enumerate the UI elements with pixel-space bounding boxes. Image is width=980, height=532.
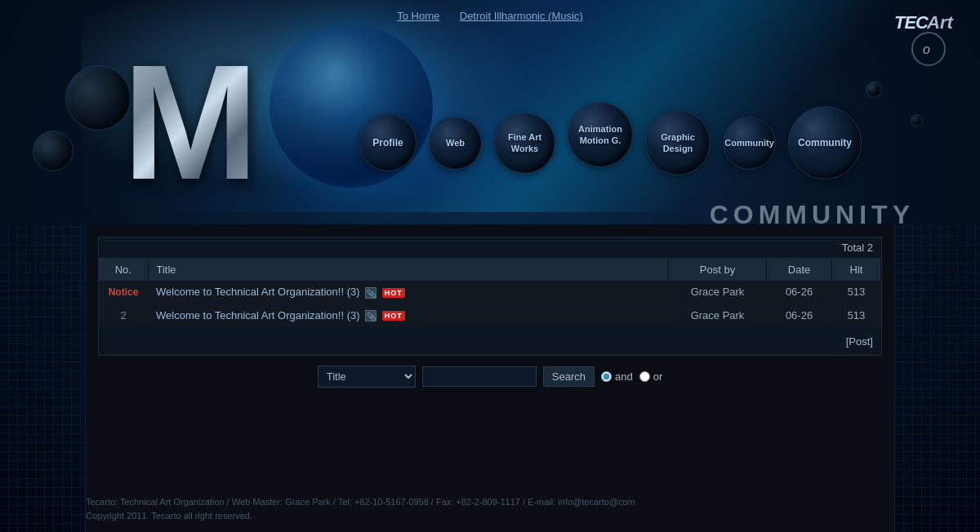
svg-text:TEC: TEC [894, 12, 929, 33]
hot-icon-2: HOT [382, 311, 405, 321]
post-button[interactable]: [Post] [846, 335, 873, 348]
hot-icon: HOT [382, 288, 405, 298]
search-select[interactable]: Title Content Post by [318, 366, 416, 388]
radio-or[interactable] [639, 371, 650, 382]
nav-orb-fine-art[interactable]: Fine ArtWorks [494, 113, 555, 174]
radio-and-label: and [601, 370, 633, 383]
cell-date-2: 06-26 [767, 304, 832, 327]
board-table-container: Total 2 No. Title Post by Date Hit Notic… [98, 237, 882, 356]
community-heading: COMMUNITY [710, 200, 915, 230]
nav-link-home[interactable]: To Home [397, 10, 439, 22]
logo-svg: TEC Art o [890, 4, 968, 69]
col-no: No. [99, 259, 148, 281]
nav-orb-graphic[interactable]: GraphicDesign [645, 110, 710, 175]
cell-no-notice: Notice [99, 281, 148, 304]
nav-link-music[interactable]: Detroit Illharmonic (Music) [460, 10, 583, 22]
nav-orb-app[interactable]: Community [723, 117, 776, 170]
cell-title-2: Welcome to Technical Art Organization!! … [148, 304, 669, 327]
nav-orb-animation[interactable]: AnimationMotion G. [568, 102, 633, 167]
table-header-row: No. Title Post by Date Hit [99, 259, 881, 281]
big-letter-m: M [122, 41, 259, 204]
post-link-notice[interactable]: Welcome to Technical Art Organization!! … [156, 286, 363, 298]
radio-and[interactable] [601, 371, 612, 382]
orb-right-small2 [911, 114, 923, 126]
cell-postby-notice: Grace Park [669, 281, 767, 304]
footer: Tecarto: Technical Art Organization / We… [86, 495, 894, 524]
footer-line1: Tecarto: Technical Art Organization / We… [86, 495, 894, 510]
svg-text:Art: Art [926, 12, 954, 33]
nav-orb-community[interactable]: Community [788, 106, 862, 180]
footer-line2: Copyright 2011. Tecarto all right reserv… [86, 509, 894, 524]
cell-title-notice: Welcome to Technical Art Organization!! … [148, 281, 669, 304]
search-row: Title Content Post by Search and or [98, 356, 882, 397]
orb-right-small1 [866, 82, 882, 98]
cell-hit-notice: 513 [832, 281, 881, 304]
nav-orb-profile[interactable]: Profile [359, 114, 416, 171]
cell-hit-2: 513 [832, 304, 881, 327]
nav-orbs-container: Profile Web Fine ArtWorks AnimationMotio… [359, 106, 862, 180]
nav-orb-web[interactable]: Web [429, 117, 482, 170]
cell-date-notice: 06-26 [767, 281, 832, 304]
attach-icon-2: 📎 [365, 310, 376, 321]
side-panel-right [894, 224, 980, 532]
top-navigation: To Home Detroit Illharmonic (Music) [0, 8, 980, 23]
logo-area: TEC Art o [890, 4, 968, 69]
board-table: No. Title Post by Date Hit Notice Welcom… [99, 259, 881, 327]
col-postby: Post by [669, 259, 767, 281]
svg-text:o: o [923, 42, 930, 56]
col-hit: Hit [832, 259, 881, 281]
cell-no-2: 2 [99, 304, 148, 327]
post-actions: [Post] [99, 327, 881, 355]
orb-left-small [33, 131, 74, 171]
attach-icon: 📎 [365, 287, 376, 299]
orb-left-large [65, 65, 131, 131]
col-title: Title [148, 259, 669, 281]
table-row: 2 Welcome to Technical Art Organization!… [99, 304, 881, 327]
col-date: Date [767, 259, 832, 281]
search-input[interactable] [422, 366, 537, 387]
cell-postby-2: Grace Park [669, 304, 767, 327]
total-count: Total 2 [99, 237, 881, 259]
side-panel-left [0, 224, 86, 532]
content-area: Total 2 No. Title Post by Date Hit Notic… [86, 224, 894, 532]
search-button[interactable]: Search [543, 366, 595, 387]
post-link-2[interactable]: Welcome to Technical Art Organization!! … [156, 309, 363, 321]
table-row: Notice Welcome to Technical Art Organiza… [99, 281, 881, 304]
radio-or-label: or [639, 370, 663, 383]
